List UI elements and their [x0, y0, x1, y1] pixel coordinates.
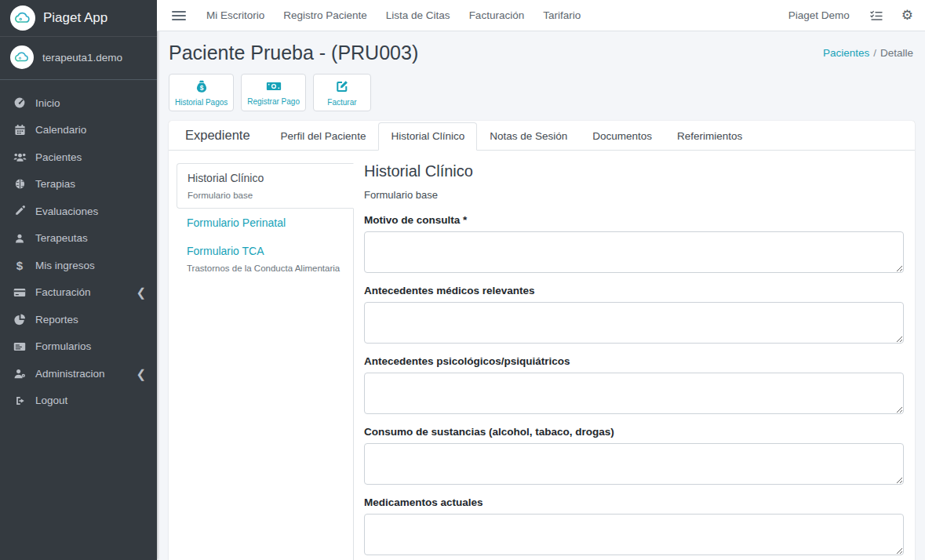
- sidebar-item-label: Mis ingresos: [35, 260, 95, 271]
- form-title: Historial Clínico: [364, 162, 904, 180]
- tab-notas-de-sesion[interactable]: Notas de Sesión: [477, 122, 580, 151]
- sidebar-item-administracion[interactable]: Administracion ❮: [0, 360, 157, 387]
- sidebar-item-logout[interactable]: Logout: [0, 387, 157, 415]
- sidebar-item-label: Reportes: [35, 314, 78, 325]
- field-consumo-de-sustancias: Consumo de sustancias (alcohol, tabaco, …: [364, 426, 904, 488]
- topnav-link-tarifario[interactable]: Tarifario: [534, 9, 590, 21]
- sidebar-item-terapeutas[interactable]: Terapeutas: [0, 225, 157, 253]
- sidebar-item-evaluaciones[interactable]: Evaluaciones: [0, 198, 157, 225]
- breadcrumb-current: Detalle: [880, 47, 913, 59]
- topnav-user-label[interactable]: Piaget Demo: [788, 9, 851, 21]
- facturar-button[interactable]: Facturar: [313, 74, 371, 111]
- antecedentes-psicologicos-textarea[interactable]: [364, 373, 904, 414]
- field-antecedentes-medicos: Antecedentes médicos relevantes: [364, 285, 904, 347]
- form-card-icon: [11, 341, 28, 352]
- topnav-link-lista-de-citas[interactable]: Lista de Citas: [377, 9, 460, 21]
- registrar-pago-button[interactable]: Registrar Pago: [241, 74, 306, 111]
- sidebar-item-label: Facturación: [35, 286, 91, 298]
- tab-documentos[interactable]: Documentos: [580, 122, 665, 151]
- field-antecedentes-psicologicos: Antecedentes psicológicos/psiquiátricos: [364, 355, 904, 417]
- field-label: Medicamentos actuales: [364, 496, 904, 508]
- sidebar-item-label: Logout: [35, 395, 67, 406]
- sidebar-item-label: Terapias: [35, 178, 75, 190]
- field-label: Antecedentes psicológicos/psiquiátricos: [364, 355, 904, 367]
- sidebar-item-calendario[interactable]: Calendario: [0, 117, 157, 144]
- user-icon: [11, 233, 28, 244]
- action-button-label: Registrar Pago: [247, 97, 300, 106]
- subnav-item-historial-clinico[interactable]: Historial Clínico Formulario base: [177, 163, 354, 209]
- tab-historial-clinico[interactable]: Historial Clínico: [378, 122, 477, 151]
- tab-expediente[interactable]: Expediente: [177, 121, 259, 151]
- tab-perfil-del-paciente[interactable]: Perfil del Paciente: [268, 122, 379, 151]
- sidebar-item-label: Formularios: [35, 340, 91, 352]
- chevron-left-icon: ❮: [136, 368, 146, 380]
- pie-chart-icon: [11, 314, 28, 325]
- page-title: Paciente Prueba - (PRU003): [169, 42, 418, 64]
- money-bag-icon: $: [195, 79, 209, 96]
- clinical-history-form: Historial Clínico Formulario base Motivo…: [354, 151, 904, 560]
- chevron-left-icon: ❮: [136, 286, 146, 298]
- brand[interactable]: Piaget App: [0, 0, 157, 37]
- sidebar-item-label: Administracion: [35, 368, 105, 380]
- sidebar-item-label: Terapeutas: [35, 232, 88, 244]
- field-label: Consumo de sustancias (alcohol, tabaco, …: [364, 426, 904, 438]
- breadcrumb-link-pacientes[interactable]: Pacientes: [823, 47, 869, 59]
- field-label: Antecedentes médicos relevantes: [364, 285, 904, 296]
- consumo-de-sustancias-textarea[interactable]: [364, 443, 904, 485]
- sidebar-item-pacientes[interactable]: Pacientes: [0, 144, 157, 171]
- sidebar-item-label: Calendario: [35, 124, 86, 136]
- calendar-icon: [11, 124, 28, 136]
- tab-content: Historial Clínico Formulario base Formul…: [169, 151, 915, 560]
- sidebar-item-mis-ingresos[interactable]: $ Mis ingresos: [0, 252, 157, 279]
- dollar-icon: $: [11, 259, 28, 272]
- subnav-item-title: Formulario TCA: [187, 245, 343, 257]
- tasks-icon[interactable]: [870, 10, 883, 21]
- subnav-item-title: Historial Clínico: [188, 172, 343, 184]
- patient-card: Expediente Perfil del Paciente Historial…: [169, 121, 915, 560]
- brain-icon: [11, 178, 28, 190]
- topbar-right: Piaget Demo ⚙: [788, 7, 913, 24]
- sidebar-item-label: Evaluaciones: [35, 205, 98, 217]
- sidebar: Piaget App terapeuta1.demo Inicio Calend…: [0, 0, 157, 560]
- top-navbar: Mi Escritorio Registro Paciente Lista de…: [157, 0, 925, 31]
- main-area: Mi Escritorio Registro Paciente Lista de…: [157, 0, 925, 560]
- action-button-label: Facturar: [327, 98, 356, 107]
- topnav-link-registro-paciente[interactable]: Registro Paciente: [274, 9, 377, 21]
- gear-icon[interactable]: ⚙: [901, 7, 913, 24]
- historial-pagos-button[interactable]: $ Historial Pagos: [169, 74, 234, 111]
- sidebar-item-reportes[interactable]: Reportes: [0, 306, 157, 333]
- action-button-label: Historial Pagos: [175, 98, 228, 107]
- field-label: Motivo de consulta *: [364, 214, 904, 226]
- app-screen: Piaget App terapeuta1.demo Inicio Calend…: [0, 0, 925, 560]
- subnav-item-subtitle: Formulario base: [188, 191, 343, 200]
- sidebar-item-inicio[interactable]: Inicio: [0, 89, 157, 117]
- user-panel[interactable]: terapeuta1.demo: [0, 37, 157, 80]
- user-avatar: [10, 45, 34, 69]
- hamburger-icon[interactable]: [172, 11, 186, 20]
- subnav-item-formulario-perinatal[interactable]: Formulario Perinatal: [177, 209, 353, 237]
- motivo-de-consulta-textarea[interactable]: [364, 231, 904, 273]
- sidebar-item-formularios[interactable]: Formularios: [0, 333, 157, 361]
- cloud-logo-icon: [10, 5, 35, 31]
- users-icon: [11, 151, 28, 163]
- tab-bar: Expediente Perfil del Paciente Historial…: [169, 121, 915, 151]
- sign-out-icon: [11, 395, 28, 406]
- user-name: terapeuta1.demo: [42, 52, 122, 64]
- topnav-link-mi-escritorio[interactable]: Mi Escritorio: [197, 9, 274, 21]
- subnav-item-formulario-tca[interactable]: Formulario TCA Trastornos de la Conducta…: [177, 237, 353, 281]
- medicamentos-actuales-textarea[interactable]: [364, 514, 904, 555]
- field-medicamentos-actuales: Medicamentos actuales: [364, 496, 904, 558]
- tachometer-icon: [11, 96, 28, 109]
- topnav-link-facturacion[interactable]: Facturación: [460, 9, 534, 21]
- svg-text:$: $: [199, 83, 203, 91]
- user-gear-icon: [11, 368, 28, 380]
- antecedentes-medicos-textarea[interactable]: [364, 302, 904, 344]
- sidebar-nav: Inicio Calendario Pacientes Terapias Eva…: [0, 80, 157, 414]
- tab-referimientos[interactable]: Referimientos: [665, 122, 755, 151]
- sidebar-item-label: Pacientes: [35, 151, 82, 163]
- subnav-item-subtitle: Trastornos de la Conducta Alimentaria: [187, 264, 343, 273]
- sidebar-item-facturacion[interactable]: Facturación ❮: [0, 279, 157, 307]
- edit-icon: [335, 79, 349, 96]
- sidebar-item-terapias[interactable]: Terapias: [0, 171, 157, 198]
- credit-card-icon: [11, 287, 28, 298]
